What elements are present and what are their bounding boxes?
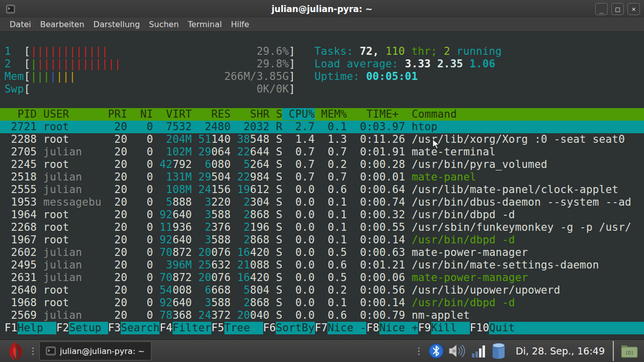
process-row[interactable]: 2555 julian 20 0 108M 24156 19612 S 0.0 … bbox=[0, 184, 644, 196]
cell-virt: 108M bbox=[159, 184, 192, 196]
fkey-label-f2[interactable]: Setup bbox=[69, 322, 108, 334]
column-header-pid[interactable]: PID bbox=[5, 108, 37, 120]
maximize-button[interactable]: □ bbox=[611, 3, 624, 15]
process-row[interactable]: 2602 julian 20 0 70872 20076 16420 S 0.0… bbox=[0, 246, 644, 259]
bluetooth-icon[interactable] bbox=[428, 343, 444, 359]
process-row[interactable]: 2721 root 20 0 7532 2480 2032 R 2.7 0.1 … bbox=[0, 121, 644, 133]
battery-icon[interactable] bbox=[490, 341, 508, 360]
signal-strength-icon[interactable] bbox=[470, 343, 487, 359]
tray-drag-handle[interactable] bbox=[418, 343, 422, 358]
column-header-res[interactable]: RES bbox=[198, 108, 230, 120]
fkey-label-f6[interactable]: SortBy bbox=[276, 322, 314, 334]
fkey-f8[interactable]: F8 bbox=[366, 322, 379, 334]
process-row[interactable]: 2518 julian 20 0 131M 29504 22984 S 0.7 … bbox=[0, 171, 644, 184]
cell-mem: 0.1 bbox=[321, 297, 347, 309]
cell-ni: 0 bbox=[134, 184, 153, 196]
cell-res: 20076 bbox=[198, 272, 230, 284]
clock-applet[interactable]: Di, 28. Sep., 16:49 bbox=[511, 345, 610, 356]
fkey-label-f3[interactable]: Search bbox=[121, 322, 159, 334]
cell-time: 0:00.74 bbox=[354, 196, 406, 208]
fkey-label-f9[interactable]: Kill bbox=[431, 322, 470, 334]
fkey-f2[interactable]: F2 bbox=[56, 322, 69, 334]
uptime: Uptime: 00:05:01 bbox=[314, 70, 641, 83]
window-titlebar[interactable]: julian@julian-pyra: ~ _ □ × bbox=[0, 0, 644, 18]
fkey-label-f7[interactable]: Nice - bbox=[328, 322, 366, 334]
cell-user: julian bbox=[43, 146, 102, 158]
panel-drag-handle[interactable] bbox=[32, 343, 36, 358]
fkey-f5[interactable]: F5 bbox=[211, 322, 224, 334]
process-row[interactable]: 2268 root 20 0 11936 2376 2196 S 0.0 0.1… bbox=[0, 221, 644, 234]
fkey-f1[interactable]: F1 bbox=[5, 322, 18, 334]
cell-virt: 7532 bbox=[159, 121, 192, 133]
menu-item-bearbeiten[interactable]: Bearbeiten bbox=[36, 19, 89, 30]
fkey-f7[interactable]: F7 bbox=[315, 322, 328, 334]
fkey-label-f4[interactable]: Filter bbox=[173, 322, 211, 334]
fkey-label-f10[interactable]: Quit bbox=[489, 322, 528, 334]
fkey-f10[interactable]: F10 bbox=[470, 322, 490, 334]
cell-pid: 2518 bbox=[5, 171, 37, 183]
process-row[interactable]: 2288 root 20 0 204M 51140 38548 S 1.4 1.… bbox=[0, 133, 644, 146]
fkey-f4[interactable]: F4 bbox=[159, 322, 173, 334]
menu-item-terminal[interactable]: Terminal bbox=[183, 19, 226, 30]
cell-user: julian bbox=[43, 309, 102, 321]
column-header-s[interactable]: S bbox=[276, 108, 282, 120]
cell-mem: 0.1 bbox=[321, 221, 347, 233]
process-row[interactable]: 1953 messagebu 20 0 5888 3220 2304 S 0.0… bbox=[0, 196, 644, 209]
menu-item-hilfe[interactable]: Hilfe bbox=[226, 19, 254, 30]
desktop-folder-icon[interactable]: [D] bbox=[620, 342, 639, 359]
cell-pri: 20 bbox=[108, 272, 128, 284]
cell-time: 0:00.14 bbox=[354, 297, 406, 309]
column-header-cpu[interactable]: CPU% bbox=[282, 108, 314, 120]
column-header-mem[interactable]: MEM% bbox=[321, 108, 347, 120]
cell-user: root bbox=[43, 284, 102, 296]
taskbar-window-button[interactable]: julian@julian-pyra: ~ bbox=[39, 341, 151, 360]
process-row[interactable]: 2640 root 20 0 54008 6668 5804 S 0.0 0.2… bbox=[0, 284, 644, 297]
process-table-header: PID USER PRI NI VIRT RES SHR S CPU% MEM%… bbox=[0, 108, 644, 121]
volume-icon[interactable] bbox=[447, 342, 467, 359]
column-header-time[interactable]: TIME+ bbox=[354, 108, 406, 120]
cell-state: S bbox=[276, 133, 282, 145]
column-header-command[interactable]: Command bbox=[412, 108, 457, 120]
fkey-label-f1[interactable]: Help bbox=[18, 322, 56, 334]
pyra-menu-icon[interactable] bbox=[4, 340, 27, 361]
terminal-screen[interactable]: 1 [|||||||||||| 29.6%]Tasks: 72, 110 thr… bbox=[0, 32, 644, 339]
cell-command: /usr/lib/upower/upowerd bbox=[412, 284, 560, 296]
cell-res: 51140 bbox=[198, 133, 230, 145]
cell-state: S bbox=[276, 146, 282, 158]
menu-item-suchen[interactable]: Suchen bbox=[144, 19, 183, 30]
process-row[interactable]: 2569 julian 20 0 78368 24372 20040 S 0.0… bbox=[0, 309, 644, 322]
menu-item-datei[interactable]: Datei bbox=[5, 19, 36, 30]
fkey-f6[interactable]: F6 bbox=[263, 322, 276, 334]
process-row[interactable]: 1964 root 20 0 92640 3588 2868 S 0.0 0.1… bbox=[0, 209, 644, 221]
menu-item-darstellung[interactable]: Darstellung bbox=[89, 19, 144, 30]
fkey-label-f8[interactable]: Nice + bbox=[379, 322, 418, 334]
column-header-shr[interactable]: SHR bbox=[237, 108, 269, 120]
mouse-cursor bbox=[432, 139, 441, 150]
column-header-virt[interactable]: VIRT bbox=[159, 108, 192, 120]
process-row[interactable]: 2495 julian 20 0 396M 25632 21088 S 0.0 … bbox=[0, 259, 644, 272]
cell-shr: 16420 bbox=[237, 272, 269, 284]
fkey-f9[interactable]: F9 bbox=[418, 322, 431, 334]
cell-ni: 0 bbox=[134, 284, 153, 296]
process-row[interactable]: 1967 root 20 0 92640 3588 2868 S 0.0 0.1… bbox=[0, 234, 644, 246]
process-row[interactable]: 2245 root 20 0 42792 6080 5264 S 0.7 0.2… bbox=[0, 158, 644, 171]
fkey-label-f5[interactable]: Tree bbox=[224, 322, 263, 334]
cell-state: S bbox=[276, 234, 282, 246]
process-row[interactable]: 1968 root 20 0 92640 3588 2868 S 0.0 0.1… bbox=[0, 297, 644, 309]
cell-mem: 0.1 bbox=[321, 196, 347, 208]
column-header-pri[interactable]: PRI bbox=[108, 108, 128, 120]
process-row[interactable]: 2705 julian 20 0 102M 29064 22644 S 0.7 … bbox=[0, 146, 644, 158]
cell-command: htop bbox=[412, 121, 437, 133]
column-header-user[interactable]: USER bbox=[43, 108, 102, 120]
cell-time: 0:00.55 bbox=[354, 221, 406, 233]
cell-shr: 22984 bbox=[237, 171, 269, 183]
column-header-ni[interactable]: NI bbox=[134, 108, 153, 120]
cell-cpu: 0.0 bbox=[289, 309, 314, 321]
cell-mem: 0.6 bbox=[321, 259, 347, 271]
cell-pid: 2631 bbox=[5, 272, 37, 284]
close-button[interactable]: × bbox=[627, 3, 640, 15]
cell-command: mate-power-manager bbox=[412, 246, 528, 258]
process-row[interactable]: 2631 julian 20 0 70872 20076 16420 S 0.0… bbox=[0, 272, 644, 284]
fkey-f3[interactable]: F3 bbox=[108, 322, 121, 334]
minimize-button[interactable]: _ bbox=[595, 3, 608, 15]
